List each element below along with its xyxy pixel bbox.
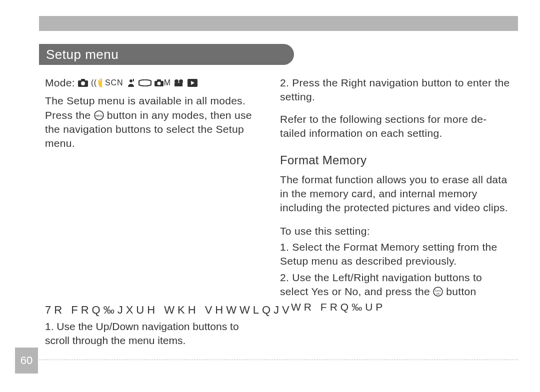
text-setup: Setup [66, 95, 94, 106]
camera-m-icon: M [154, 77, 171, 88]
format-step-2: 2. Use the Left/Right navigation buttons… [280, 271, 510, 314]
portrait-icon [126, 78, 136, 87]
camera-icon [78, 79, 88, 87]
text: , and press the [358, 286, 434, 297]
svg-rect-7 [157, 79, 161, 81]
movie-icon [174, 79, 184, 87]
text: 1. Select the [280, 241, 344, 253]
text: button [443, 286, 476, 297]
svg-point-10 [179, 79, 183, 83]
format-step-1: 1. Select the Format Memory setting from… [280, 240, 510, 269]
func-ok-button-icon: funcok [433, 287, 443, 297]
format-memory-heading: Format Memory [280, 152, 510, 168]
text: menu. [45, 137, 75, 149]
right-column: 2. Press the Right navigation button to … [280, 76, 510, 314]
play-icon [188, 79, 198, 87]
svg-point-8 [157, 82, 160, 85]
text-right: Right [341, 77, 366, 88]
svg-text:((🖐)): ((🖐)) [91, 78, 102, 87]
svg-rect-5 [133, 79, 134, 81]
text: or [329, 286, 345, 297]
svg-point-2 [81, 81, 85, 85]
page-number: 60 [15, 348, 38, 374]
refer-paragraph: Refer to the following sections for more… [280, 112, 510, 141]
mode-row: Mode: ((🖐)) SCN M [45, 76, 260, 90]
text: The [45, 95, 66, 106]
svg-point-9 [174, 79, 178, 83]
text-yes: Yes [311, 286, 328, 297]
left-column: Mode: ((🖐)) SCN M Th [45, 76, 260, 159]
text: 2. Press the [280, 77, 341, 88]
text-format: Format [344, 241, 378, 253]
text: menu as described previously. [308, 255, 456, 267]
menu-button-icon: menu [94, 110, 104, 120]
format-memory-desc: The format function allows you to erase … [280, 173, 510, 215]
text-setup: Setup [280, 255, 308, 267]
text: 2. Use the [280, 272, 332, 283]
text-leftright: Left/Right [332, 272, 379, 283]
text: 1. Use the [45, 321, 96, 332]
mode-label: Mode: [45, 76, 75, 90]
panorama-icon [138, 79, 152, 86]
configure-step-1: 1. Use the Up/Down navigation buttons to… [45, 320, 265, 348]
confirm-line: WR FRQ‰UP [280, 300, 510, 314]
configure-heading: 7R FRQ‰JXUH WKH VHWWLQJV [45, 304, 292, 317]
svg-point-4 [130, 79, 132, 82]
svg-text:menu: menu [94, 114, 104, 117]
mode-m-text: M [164, 77, 171, 88]
header-bar [39, 16, 518, 31]
svg-rect-11 [174, 83, 182, 86]
svg-rect-1 [81, 79, 85, 81]
svg-text:ok: ok [436, 292, 440, 295]
text: Memory setting from the [378, 241, 497, 253]
text-setup: Setup [216, 123, 244, 135]
text-no: No [344, 286, 358, 297]
text-updown: Up/Down [96, 321, 139, 332]
scn-label: SCN [105, 77, 124, 88]
footer-rule [39, 360, 518, 360]
step-2: 2. Press the Right navigation button to … [280, 76, 510, 104]
page-number-text: 60 [20, 354, 32, 367]
to-use-label: To use this setting: [280, 224, 510, 238]
intro-paragraph: The Setup menu is available in all modes… [45, 94, 260, 150]
anti-shake-icon: ((🖐)) [91, 78, 102, 87]
section-title: Setup menu [46, 47, 118, 62]
section-title-pill: Setup menu [39, 44, 294, 65]
